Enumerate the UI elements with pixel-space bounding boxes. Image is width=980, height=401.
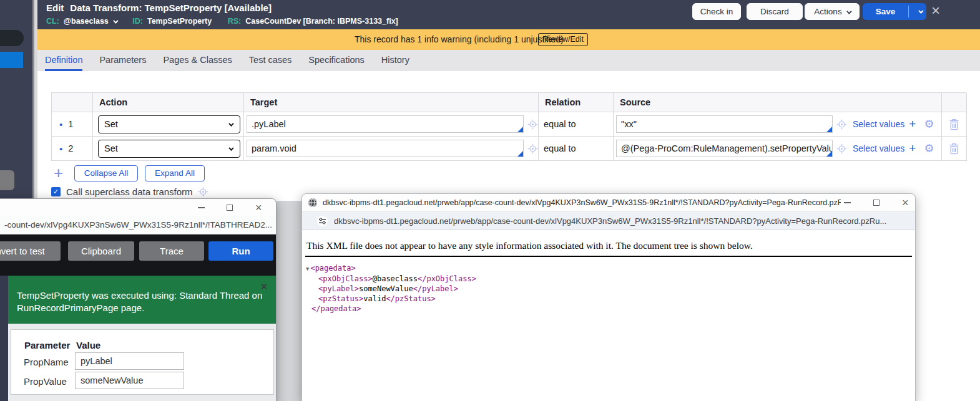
class-value[interactable]: @baseclass xyxy=(64,17,117,26)
col-header-num xyxy=(52,93,93,112)
xml-viewer: This XML file does not appear to have an… xyxy=(302,240,915,314)
source-input[interactable]: @(Pega-ProCom:RuleManagement).setPropert… xyxy=(616,140,833,157)
close-icon[interactable]: × xyxy=(255,199,262,216)
col-header-target: Target xyxy=(244,93,539,112)
chevron-down-icon xyxy=(228,121,233,126)
minimize-icon[interactable] xyxy=(198,199,205,216)
target-cell: .pyLabel xyxy=(244,112,539,137)
gear-icon[interactable]: ⚙ xyxy=(924,118,934,130)
tab-specifications[interactable]: Specifications xyxy=(308,50,364,71)
run-window-titlebar[interactable]: × xyxy=(0,199,276,216)
add-row-button[interactable]: + xyxy=(54,163,63,183)
address-url[interactable]: dkbsvc-ibpms-dt1.pegacloud.net/prweb/app… xyxy=(334,216,886,226)
maximize-icon[interactable] xyxy=(227,199,233,216)
row-number: •1 xyxy=(52,112,93,137)
xml-result-window: dkbsvc-ibpms-dt1.pegacloud.net/prweb/app… xyxy=(301,193,916,401)
expand-corner-icon[interactable] xyxy=(517,127,523,132)
run-record-window: × -count-dev/xlVpg4KUXP3nSw6W_PWx31S5-9R… xyxy=(0,198,277,401)
add-value-icon[interactable]: + xyxy=(909,117,916,131)
source-cell: @(Pega-ProCom:RuleManagement).setPropert… xyxy=(614,137,942,161)
discard-button[interactable]: Discard xyxy=(747,3,803,20)
clipboard-button[interactable]: Clipboard xyxy=(68,241,134,261)
success-notification: TempSetProperty was executed using: Stan… xyxy=(8,276,276,324)
maximize-icon[interactable] xyxy=(873,194,880,211)
class-label: CL: xyxy=(46,17,59,26)
actions-button[interactable]: Actions xyxy=(805,3,860,20)
tab-definition[interactable]: Definition xyxy=(45,50,82,71)
xml-root-open[interactable]: ▼<pagedata> xyxy=(306,263,915,274)
expand-corner-icon[interactable] xyxy=(826,127,832,132)
superclass-row: ✓ Call superclass data transform xyxy=(51,186,208,197)
tab-test-cases[interactable]: Test cases xyxy=(249,50,292,71)
xml-window-titlebar[interactable]: dkbsvc-ibpms-dt1.pegacloud.net/prweb/app… xyxy=(302,194,915,211)
chevron-down-icon xyxy=(228,145,233,150)
select-values-link[interactable]: Select values xyxy=(853,119,904,129)
edit-mode-label: Edit xyxy=(46,2,64,13)
expand-corner-icon[interactable] xyxy=(517,151,523,157)
xml-node: <pxObjClass>@baseclass</pxObjClass> xyxy=(306,274,915,284)
xml-root-close: </pagedata> xyxy=(306,304,915,314)
target-input[interactable]: param.void xyxy=(247,140,524,157)
source-input[interactable]: "xx" xyxy=(616,115,833,133)
sidebar-item-active[interactable] xyxy=(0,52,23,68)
crosshair-icon[interactable] xyxy=(836,143,847,154)
delete-row-cell xyxy=(942,112,967,137)
crosshair-icon[interactable] xyxy=(527,119,538,130)
tab-parameters[interactable]: Parameters xyxy=(99,50,146,71)
site-settings-icon[interactable] xyxy=(317,216,328,226)
run-window-url[interactable]: -count-dev/xlVpg4KUXP3nSw6W_PWx31S5-9Rz1… xyxy=(0,216,276,234)
close-icon[interactable]: × xyxy=(902,194,909,211)
sidebar-item-pill[interactable] xyxy=(0,30,24,46)
crosshair-icon[interactable] xyxy=(836,119,847,130)
trash-icon[interactable] xyxy=(949,118,959,130)
warning-text: This record has 1 info warning (includin… xyxy=(355,34,564,44)
value-column-header: Value xyxy=(76,340,100,350)
id-value: TempSetProperty xyxy=(147,17,212,26)
source-cell: "xx" Select values + ⚙ xyxy=(614,112,942,137)
run-button[interactable]: Run xyxy=(208,241,273,261)
param-label: PropName xyxy=(24,357,69,367)
save-dropdown-button[interactable] xyxy=(909,3,926,20)
save-button[interactable]: Save xyxy=(863,3,908,20)
pega-dev-studio-screen: = EditData Transform: TempSetProperty [A… xyxy=(0,0,980,401)
expand-corner-icon[interactable] xyxy=(826,151,832,157)
close-notification-icon[interactable]: × xyxy=(261,281,267,293)
crosshair-icon[interactable] xyxy=(198,186,208,197)
expand-all-button[interactable]: Expand All xyxy=(145,165,205,181)
col-header-action: Action xyxy=(93,93,244,112)
action-select[interactable]: Set xyxy=(98,115,240,133)
gear-icon[interactable]: ⚙ xyxy=(924,143,934,154)
id-label: ID: xyxy=(132,17,143,26)
delete-row-cell xyxy=(942,137,967,161)
target-input[interactable]: .pyLabel xyxy=(247,115,524,133)
action-select[interactable]: Set xyxy=(98,140,240,158)
review-edit-button[interactable]: Review/Edit xyxy=(538,33,588,46)
xml-style-notice: This XML file does not appear to have an… xyxy=(306,240,915,251)
param-value-input[interactable] xyxy=(75,372,184,389)
crosshair-icon[interactable] xyxy=(527,143,538,154)
minimize-icon[interactable] xyxy=(844,194,851,211)
record-header: EditData Transform: TempSetProperty [Ava… xyxy=(37,0,980,29)
param-value-input[interactable] xyxy=(75,352,184,370)
trace-button[interactable]: Trace xyxy=(139,241,204,261)
close-record-icon[interactable]: × xyxy=(931,2,940,19)
warning-bar: This record has 1 info warning (includin… xyxy=(37,29,980,50)
col-header-source: Source xyxy=(614,93,942,112)
action-cell: Set xyxy=(93,112,244,137)
check-in-button[interactable]: Check in xyxy=(692,3,741,20)
collapse-arrow-icon[interactable]: ▼ xyxy=(306,266,309,272)
convert-to-test-button[interactable]: Convert to test xyxy=(0,241,61,261)
row-bullet-icon: • xyxy=(59,143,62,154)
ruleset-label: RS: xyxy=(228,17,242,26)
sidebar-item-gray[interactable] xyxy=(0,170,14,190)
tab-history[interactable]: History xyxy=(381,50,409,71)
collapse-all-button[interactable]: Collapse All xyxy=(74,165,138,181)
chevron-down-icon xyxy=(846,9,851,14)
xml-window-urlbar[interactable]: dkbsvc-ibpms-dt1.pegacloud.net/prweb/app… xyxy=(302,211,915,230)
trash-icon[interactable] xyxy=(949,143,959,155)
col-header-delete xyxy=(942,93,967,112)
add-value-icon[interactable]: + xyxy=(909,142,916,155)
tab-pages-classes[interactable]: Pages & Classes xyxy=(163,50,232,71)
select-values-link[interactable]: Select values xyxy=(853,143,904,153)
superclass-checkbox[interactable]: ✓ xyxy=(51,187,61,196)
